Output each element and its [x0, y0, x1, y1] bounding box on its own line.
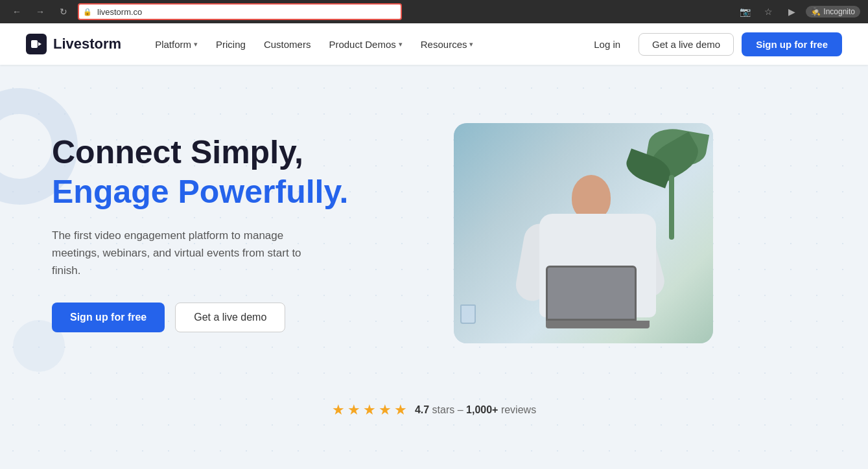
reload-button[interactable]: ↻ — [54, 3, 73, 21]
hero-signup-button[interactable]: Sign up for free — [52, 303, 165, 332]
hero-demo-button[interactable]: Get a live demo — [175, 303, 285, 332]
nav-item-pricing[interactable]: Pricing — [208, 34, 253, 55]
reviews-count: 1,000+ — [466, 404, 498, 415]
glass-cup — [460, 304, 476, 324]
login-button[interactable]: Log in — [583, 34, 631, 55]
nav-label-resources: Resources — [421, 39, 467, 50]
browser-chrome: ← → ↻ 🔒 📷 ☆ ▶ 🕵 Incognito — [0, 0, 868, 23]
nav-item-product-demos[interactable]: Product Demos ▾ — [321, 34, 410, 55]
hero-section: Connect Simply, Engage Powerfully. The f… — [0, 65, 868, 389]
hero-image — [454, 123, 713, 343]
side-panel-icon[interactable]: ▶ — [782, 3, 801, 21]
logo-text: Livestorm — [53, 36, 121, 52]
star-1: ★ — [332, 402, 345, 418]
star-3: ★ — [363, 402, 376, 418]
website-content: Livestorm Platform ▾ Pricing Customers P… — [0, 23, 868, 469]
bookmark-icon[interactable]: ☆ — [759, 3, 777, 21]
star-5: ★ — [394, 402, 407, 418]
star-4: ★ — [379, 402, 392, 418]
nav-label-pricing: Pricing — [216, 39, 246, 50]
nav-item-platform[interactable]: Platform ▾ — [147, 34, 205, 55]
back-button[interactable]: ← — [8, 3, 26, 21]
address-bar-container: 🔒 — [78, 3, 402, 20]
forward-button[interactable]: → — [31, 3, 49, 21]
laptop-screen — [546, 266, 637, 321]
stars-label: stars – — [432, 404, 466, 415]
svg-marker-1 — [38, 42, 41, 46]
laptop-figure — [546, 266, 650, 330]
reviews-label: reviews — [501, 404, 536, 415]
platform-chevron-icon: ▾ — [194, 40, 198, 49]
stars-value: 4.7 — [415, 404, 429, 415]
nav-label-product-demos: Product Demos — [329, 39, 395, 50]
incognito-icon: 🕵 — [811, 7, 821, 16]
nav-item-resources[interactable]: Resources ▾ — [413, 34, 482, 55]
incognito-label: Incognito — [823, 7, 855, 16]
address-bar[interactable] — [78, 3, 402, 20]
incognito-badge: 🕵 Incognito — [806, 6, 860, 17]
hero-image-bg — [454, 123, 713, 343]
laptop-base — [546, 321, 650, 328]
star-rating: ★ ★ ★ ★ ★ — [332, 402, 407, 418]
browser-actions: 📷 ☆ ▶ 🕵 Incognito — [736, 3, 860, 21]
navbar: Livestorm Platform ▾ Pricing Customers P… — [0, 23, 868, 65]
nav-label-customers: Customers — [264, 39, 311, 50]
signup-button[interactable]: Sign up for free — [742, 32, 842, 56]
logo-icon — [26, 34, 47, 54]
logo-link[interactable]: Livestorm — [26, 34, 121, 54]
hero-content: Connect Simply, Engage Powerfully. The f… — [52, 134, 415, 333]
resources-chevron-icon: ▾ — [469, 40, 473, 49]
product-demos-chevron-icon: ▾ — [399, 40, 403, 49]
svg-rect-0 — [31, 40, 38, 48]
nav-right: Log in Get a live demo Sign up for free — [583, 32, 842, 56]
lock-icon: 🔒 — [83, 8, 92, 16]
hero-description: The first video engagement platform to m… — [52, 227, 324, 280]
camera-off-icon[interactable]: 📷 — [736, 3, 754, 21]
stars-text: 4.7 stars – 1,000+ reviews — [415, 404, 536, 416]
person-figure — [526, 162, 669, 343]
hero-title-line1: Connect Simply, — [52, 134, 415, 172]
social-proof-section: ★ ★ ★ ★ ★ 4.7 stars – 1,000+ reviews — [0, 389, 868, 438]
get-demo-button[interactable]: Get a live demo — [639, 33, 734, 56]
nav-item-customers[interactable]: Customers — [256, 34, 319, 55]
nav-label-platform: Platform — [155, 39, 191, 50]
hero-title-line2: Engage Powerfully. — [52, 174, 415, 211]
star-2: ★ — [347, 402, 360, 418]
plant-stem — [669, 175, 674, 240]
hero-buttons: Sign up for free Get a live demo — [52, 303, 415, 332]
nav-links: Platform ▾ Pricing Customers Product Dem… — [147, 34, 583, 55]
